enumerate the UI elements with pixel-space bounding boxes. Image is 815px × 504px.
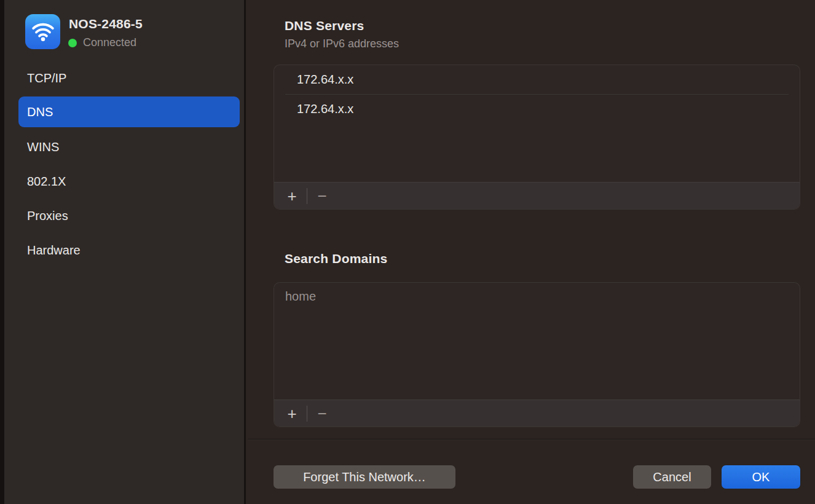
sidebar-item-label: WINS — [27, 140, 59, 154]
sidebar-item-8021x[interactable]: 802.1X — [18, 166, 240, 197]
add-dns-server-button[interactable]: + — [282, 186, 302, 206]
sidebar-item-dns[interactable]: DNS — [18, 96, 240, 127]
wifi-icon — [25, 14, 60, 49]
connected-status-label: Connected — [83, 36, 136, 49]
search-domains-controls: + − — [274, 400, 800, 427]
sidebar-item-label: TCP/IP — [27, 71, 66, 85]
dns-servers-list-body: 172.64.x.x 172.64.x.x — [274, 65, 800, 182]
add-search-domain-button[interactable]: + — [282, 404, 302, 423]
sidebar-item-tcpip[interactable]: TCP/IP — [18, 63, 240, 93]
dns-server-row[interactable]: 172.64.x.x — [274, 65, 800, 94]
search-domains-list: home + − — [274, 282, 800, 427]
sidebar: NOS-2486-5 Connected TCP/IP DNS WINS 802… — [5, 0, 246, 504]
forget-network-button[interactable]: Forget This Network… — [274, 465, 455, 489]
remove-search-domain-button[interactable]: − — [312, 404, 332, 423]
remove-dns-server-button[interactable]: − — [312, 186, 332, 206]
cancel-button[interactable]: Cancel — [633, 465, 711, 489]
sidebar-item-wins[interactable]: WINS — [18, 132, 240, 162]
sidebar-item-label: Hardware — [27, 243, 81, 258]
footer-divider — [248, 439, 815, 439]
search-domain-row[interactable]: home — [274, 283, 800, 310]
dns-servers-title: DNS Servers — [285, 18, 364, 33]
dns-servers-controls: + − — [274, 182, 800, 209]
connected-status-dot — [68, 39, 77, 47]
controls-divider — [307, 188, 307, 204]
dns-server-row[interactable]: 172.64.x.x — [274, 95, 800, 124]
window-edge-strip — [0, 0, 5, 504]
sidebar-item-label: Proxies — [27, 209, 68, 223]
dns-pane: DNS Servers IPv4 or IPv6 addresses 172.6… — [248, 0, 815, 504]
sidebar-item-hardware[interactable]: Hardware — [18, 235, 240, 266]
controls-divider — [307, 406, 307, 422]
dns-servers-list: 172.64.x.x 172.64.x.x + − — [274, 65, 800, 210]
connection-status: Connected — [68, 36, 136, 49]
search-domains-list-body: home — [274, 283, 800, 400]
wifi-glyph — [31, 22, 55, 42]
network-name: NOS-2486-5 — [69, 17, 143, 31]
sidebar-item-proxies[interactable]: Proxies — [18, 200, 240, 231]
network-details-dialog: { "sidebar": { "network": { "name": "NOS… — [0, 0, 815, 504]
sidebar-item-label: 802.1X — [27, 175, 66, 189]
dns-servers-subtitle: IPv4 or IPv6 addresses — [285, 37, 399, 50]
sidebar-item-label: DNS — [27, 105, 53, 119]
search-domains-title: Search Domains — [285, 251, 387, 266]
ok-button[interactable]: OK — [722, 465, 800, 489]
